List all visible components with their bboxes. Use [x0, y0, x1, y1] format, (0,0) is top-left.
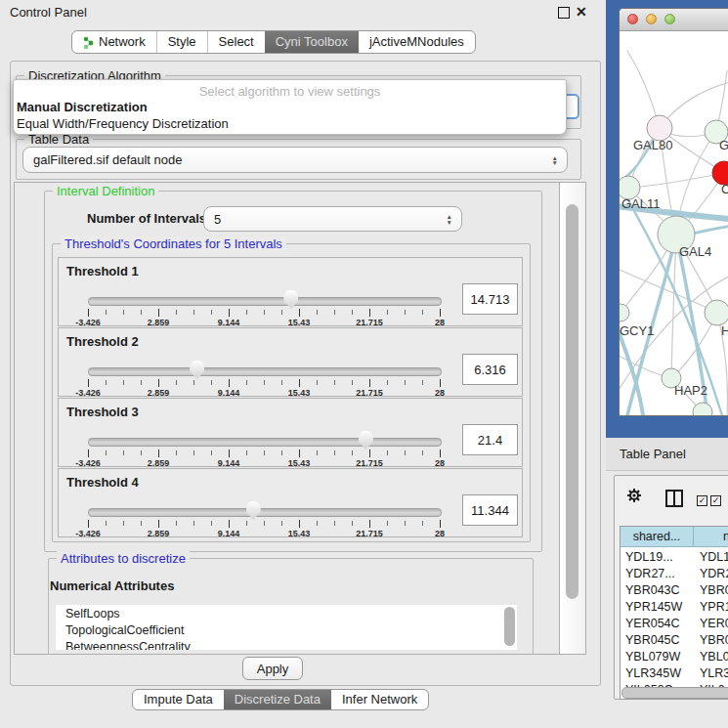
- attribute-item[interactable]: TopologicalCoefficient: [56, 621, 517, 638]
- scrollbar-thumb[interactable]: [566, 204, 578, 599]
- apply-button[interactable]: Apply: [242, 657, 303, 680]
- slider-track[interactable]: [88, 367, 442, 376]
- slider-track[interactable]: [88, 438, 442, 447]
- name-cell[interactable]: YDL1: [694, 550, 728, 564]
- settings-scroll-area: Interval Definition Number of Intervals …: [14, 182, 560, 655]
- table-row[interactable]: YBL079WYBL0: [621, 648, 728, 664]
- menu-item-manual-discretization[interactable]: Manual Discretization: [17, 100, 148, 114]
- table-panel: ✓✓ shared... na YDL19...YDL1YDR27...YDR2…: [614, 475, 728, 700]
- zoom-window-icon[interactable]: [664, 14, 675, 24]
- shared-name-cell[interactable]: YDL19...: [621, 550, 694, 564]
- slider-thumb[interactable]: [359, 431, 373, 450]
- close-window-icon[interactable]: [627, 14, 638, 24]
- tab-discretize-data[interactable]: Discretize Data: [224, 690, 331, 709]
- threshold-value-field[interactable]: 11.344: [462, 494, 518, 526]
- shared-name-cell[interactable]: YER054C: [621, 617, 694, 630]
- close-icon[interactable]: ✕: [576, 4, 587, 20]
- network-icon: [83, 35, 95, 50]
- slider-track[interactable]: [88, 508, 442, 517]
- column-header-shared-name[interactable]: shared...: [621, 527, 694, 547]
- numerical-attributes-list[interactable]: SelfLoopsTopologicalCoefficientBetweenne…: [56, 605, 517, 650]
- slider-thumb[interactable]: [246, 501, 261, 520]
- tab-network[interactable]: Network: [72, 31, 156, 53]
- network-window-titlebar[interactable]: [620, 9, 728, 31]
- slider-ticks: [88, 450, 440, 458]
- combo-arrows-icon: ▲▼: [447, 214, 452, 225]
- menu-item-equal-width-frequency[interactable]: Equal Width/Frequency Discretization: [17, 116, 229, 131]
- column-manager-icon[interactable]: [665, 490, 683, 507]
- number-of-intervals-label: Number of Intervals: [87, 211, 206, 226]
- node-label: GAL11: [621, 196, 661, 211]
- network-view-window[interactable]: GAL80GACGAL11GAL4GCY1HHAP2: [619, 8, 728, 416]
- tab-jactivemnodules[interactable]: jActiveMNodules: [359, 31, 475, 53]
- table-horizontal-scrollbar[interactable]: [621, 687, 728, 699]
- name-cell[interactable]: YBR0: [694, 633, 728, 647]
- table-row[interactable]: YLR345WYLR3: [621, 664, 728, 681]
- float-window-icon[interactable]: [558, 7, 570, 19]
- algorithm-hint: Select algorithm to view settings: [14, 84, 566, 99]
- screen: Control Panel ✕ Network Style Select Cyn…: [0, 0, 728, 728]
- column-header-name[interactable]: na: [694, 527, 728, 547]
- tab-cyni-toolbox-label: Cyni Toolbox: [276, 31, 348, 53]
- tab-impute-data-label: Impute Data: [144, 690, 213, 709]
- table-row[interactable]: YDR27...YDR2: [621, 565, 728, 581]
- name-cell[interactable]: YER0: [694, 617, 728, 630]
- shared-name-cell[interactable]: YDR27...: [621, 567, 694, 580]
- name-cell[interactable]: YBR0: [694, 583, 728, 597]
- table-panel-header: Table Panel: [606, 438, 728, 471]
- node-label: GAL80: [633, 138, 672, 152]
- number-of-intervals-combobox[interactable]: 5 ▲▼: [203, 206, 462, 232]
- node-label: H: [721, 323, 728, 338]
- slider-tick-labels: -3.4262.8599.14415.4321.71528: [88, 529, 440, 538]
- slider-tick-labels: -3.4262.8599.14415.4321.71528: [88, 458, 440, 468]
- network-canvas[interactable]: GAL80GACGAL11GAL4GCY1HHAP2: [620, 31, 728, 415]
- tab-cyni-toolbox[interactable]: Cyni Toolbox: [265, 31, 359, 53]
- tab-discretize-data-label: Discretize Data: [235, 690, 321, 709]
- attribute-item[interactable]: SelfLoops: [56, 605, 517, 621]
- threshold-slider[interactable]: -3.4262.8599.14415.4321.71528: [88, 285, 440, 324]
- table-row[interactable]: YDL19...YDL1: [621, 548, 728, 565]
- threshold-value-field[interactable]: 6.316: [462, 354, 518, 385]
- node-label: GA: [719, 138, 728, 152]
- network-node[interactable]: [705, 300, 728, 325]
- list-scrollbar[interactable]: [504, 607, 515, 648]
- name-cell[interactable]: YLR3: [694, 666, 728, 680]
- gear-icon[interactable]: [626, 488, 642, 506]
- threshold-slider[interactable]: -3.4262.8599.14415.4321.71528: [88, 426, 440, 465]
- threshold-slider[interactable]: -3.4262.8599.14415.4321.71528: [88, 496, 440, 535]
- shared-name-cell[interactable]: YBL079W: [621, 650, 694, 664]
- table-row[interactable]: YPR145WYPR1: [621, 598, 728, 615]
- name-cell[interactable]: YDR2: [694, 567, 728, 580]
- name-cell[interactable]: YBL0: [694, 650, 728, 664]
- slider-tick-labels: -3.4262.8599.14415.4321.71528: [88, 318, 440, 327]
- threshold-value-field[interactable]: 14.713: [462, 283, 518, 315]
- network-node[interactable]: [620, 304, 629, 321]
- table-row[interactable]: YBR045CYBR0: [621, 631, 728, 648]
- tab-select[interactable]: Select: [207, 31, 265, 53]
- slider-track[interactable]: [88, 297, 442, 306]
- attribute-item[interactable]: BetweennessCentrality: [56, 638, 517, 650]
- select-columns-icon[interactable]: ✓✓: [697, 492, 724, 506]
- table-data-group: Table Data galFiltered.sif default node …: [16, 139, 581, 180]
- slider-thumb[interactable]: [283, 290, 298, 309]
- threshold-slider[interactable]: -3.4262.8599.14415.4321.71528: [88, 356, 440, 395]
- shared-name-cell[interactable]: YLR345W: [621, 666, 694, 680]
- slider-thumb[interactable]: [190, 361, 204, 379]
- tab-impute-data[interactable]: Impute Data: [133, 690, 224, 709]
- shared-name-cell[interactable]: YBR043C: [621, 583, 694, 597]
- table-row[interactable]: YBR043CYBR0: [621, 581, 728, 598]
- minimize-window-icon[interactable]: [646, 14, 657, 24]
- table-row[interactable]: YER054CYER0: [621, 615, 728, 631]
- tab-style[interactable]: Style: [156, 31, 207, 53]
- tab-infer-network[interactable]: Infer Network: [331, 690, 428, 709]
- shared-name-cell[interactable]: YBR045C: [621, 633, 694, 647]
- shared-name-cell[interactable]: YPR145W: [621, 600, 694, 614]
- threshold-label: Threshold 2: [66, 334, 139, 349]
- threshold-label: Threshold 3: [66, 405, 139, 419]
- vertical-scrollbar[interactable]: [559, 182, 586, 655]
- table-data-combobox[interactable]: galFiltered.sif default node ▲▼: [22, 147, 568, 173]
- panel-title: Control Panel: [10, 5, 87, 20]
- name-cell[interactable]: YPR1: [694, 600, 728, 614]
- threshold-value-field[interactable]: 21.4: [462, 424, 518, 455]
- node-table: shared... na YDL19...YDL1YDR27...YDR2YBR…: [620, 526, 728, 700]
